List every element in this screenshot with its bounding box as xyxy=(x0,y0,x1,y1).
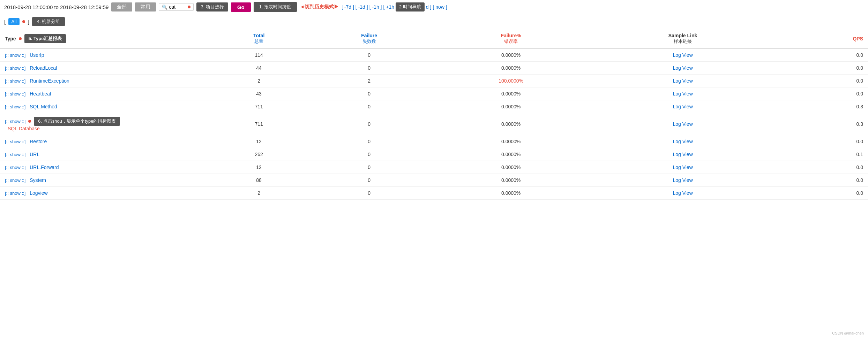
sample-link[interactable]: Log View xyxy=(592,62,773,75)
nav-1h[interactable]: [ -1h ] xyxy=(369,4,382,10)
show-link[interactable]: [:: show ::] xyxy=(5,53,25,58)
type-cell: [:: show ::]Heartbeat xyxy=(0,87,209,100)
sample-link[interactable]: Log View xyxy=(592,187,773,200)
bracket-open: [ xyxy=(4,19,6,25)
type-name[interactable]: URL.Forward xyxy=(30,164,59,170)
history-mode-label[interactable]: ◄切到历史模式▶ xyxy=(300,4,339,10)
type-name[interactable]: SQL.Method xyxy=(30,104,57,109)
failure-pct-val: 0.0000% xyxy=(430,135,592,148)
sample-link[interactable]: Log View xyxy=(592,135,773,148)
sample-link[interactable]: Log View xyxy=(592,161,773,174)
type-cell: [:: show ::]6. 点击shou，显示单个type的指标图表SQL.D… xyxy=(0,113,209,135)
show-link[interactable]: [:: show ::] xyxy=(5,178,25,183)
footer-note: CSDN @mai-chen xyxy=(832,331,864,335)
nav-1d[interactable]: [ -1d ] xyxy=(356,4,368,10)
failure-pct-val: 0.0000% xyxy=(430,87,592,100)
show-link[interactable]: [:: show ::] xyxy=(5,152,25,157)
sample-sub-label: 样本链接 xyxy=(597,38,769,45)
failure-val: 0 xyxy=(308,187,430,200)
sample-link[interactable]: Log View xyxy=(592,174,773,187)
failure-val: 0 xyxy=(308,148,430,161)
col-failure-header: Failure 失败数 xyxy=(308,29,430,48)
show-link[interactable]: [:: show ::] xyxy=(5,139,25,144)
total-label: Total xyxy=(253,33,264,38)
table-body: [:: show ::]UserIp11400.0000%Log View0.0… xyxy=(0,48,868,200)
show-link[interactable]: [:: show ::] xyxy=(5,104,25,109)
sample-link[interactable]: Log View xyxy=(592,100,773,113)
type-name[interactable]: RuntimeException xyxy=(30,78,69,84)
qps-val: 0.0 xyxy=(773,75,868,87)
total-val: 262 xyxy=(209,148,308,161)
total-val: 711 xyxy=(209,113,308,135)
header-bar: 2018-09-28 12:00:00 to 2018-09-28 12:59:… xyxy=(0,0,868,14)
show-link[interactable]: [:: show ::] xyxy=(5,66,25,71)
report-time-button[interactable]: 1. 报表时间跨度 xyxy=(254,2,297,12)
nav-now[interactable]: [ now ] xyxy=(433,4,447,10)
type-name[interactable]: UserIp xyxy=(30,52,44,58)
row-red-dot xyxy=(28,120,31,123)
nav-7d[interactable]: [ -7d ] xyxy=(342,4,354,10)
qps-val: 0.0 xyxy=(773,48,868,62)
type-dot xyxy=(19,37,22,40)
type-name[interactable]: System xyxy=(30,177,46,183)
failure-pct-val: 0.0000% xyxy=(430,113,592,135)
type-name[interactable]: Restore xyxy=(30,139,47,144)
table-row: [:: show ::]URL.Forward1200.0000%Log Vie… xyxy=(0,161,868,174)
show-link[interactable]: [:: show ::] xyxy=(5,165,25,170)
go-button[interactable]: Go xyxy=(231,2,251,12)
failure-pct-val: 0.0000% xyxy=(430,100,592,113)
type-label: Type xyxy=(5,36,16,41)
sample-link[interactable]: Log View xyxy=(592,75,773,87)
type-cell: [:: show ::]SQL.Method xyxy=(0,100,209,113)
show-link[interactable]: [:: show ::] xyxy=(5,91,25,97)
nav-close[interactable]: d ] xyxy=(426,4,432,10)
sample-link[interactable]: Log View xyxy=(592,87,773,100)
type-name[interactable]: Logview xyxy=(30,190,47,196)
machine-group-badge[interactable]: 4. 机器分组 xyxy=(32,17,65,26)
table-row: [:: show ::]6. 点击shou，显示单个type的指标图表SQL.D… xyxy=(0,113,868,135)
show-link[interactable]: [:: show ::] xyxy=(5,191,25,196)
qps-val: 0.3 xyxy=(773,113,868,135)
type-cell: [:: show ::]System xyxy=(0,174,209,187)
type-name[interactable]: ReloadLocal xyxy=(30,65,57,71)
tooltip-3-badge[interactable]: 3. 项目选择 xyxy=(196,2,228,11)
type-name[interactable]: SQL.Database xyxy=(8,126,40,131)
bracket-close: ] xyxy=(28,19,29,25)
qps-val: 0.0 xyxy=(773,62,868,75)
type-name[interactable]: Heartbeat xyxy=(30,91,51,97)
sample-link[interactable]: Log View xyxy=(592,148,773,161)
failure-val: 2 xyxy=(308,75,430,87)
btn-all[interactable]: 全部 xyxy=(111,2,132,11)
total-val: 12 xyxy=(209,135,308,148)
search-icon: 🔍 xyxy=(162,5,167,10)
type-name[interactable]: URL xyxy=(30,152,39,157)
nav-plus1h[interactable]: [ +1h xyxy=(383,4,394,10)
search-input[interactable] xyxy=(169,4,186,10)
total-val: 12 xyxy=(209,161,308,174)
tooltip-2-badge[interactable]: 2.时间导航 xyxy=(396,2,425,11)
failure-val: 0 xyxy=(308,100,430,113)
sample-link[interactable]: Log View xyxy=(592,113,773,135)
sample-link[interactable]: Log View xyxy=(592,48,773,62)
btn-common[interactable]: 常用 xyxy=(135,2,156,11)
time-range: 2018-09-28 12:00:00 to 2018-09-28 12:59:… xyxy=(4,4,108,10)
failure-val: 0 xyxy=(308,113,430,135)
show-link[interactable]: [:: show ::] xyxy=(5,119,25,124)
all-tag[interactable]: All xyxy=(8,18,20,25)
time-nav-links: [ -7d ] [ -1d ] [ -1h ] [ +1h 2.时间导航 d ]… xyxy=(342,2,447,11)
search-dot xyxy=(188,6,190,8)
type-cell: [:: show ::]RuntimeException xyxy=(0,75,209,87)
qps-val: 0.3 xyxy=(773,100,868,113)
failure-pct-val: 0.0000% xyxy=(430,48,592,62)
total-val: 711 xyxy=(209,100,308,113)
type-cell: [:: show ::]UserIp xyxy=(0,48,209,62)
type-tooltip-badge[interactable]: 5. Type汇总报表 xyxy=(24,34,66,43)
type-cell: [:: show ::]ReloadLocal xyxy=(0,62,209,75)
failure-label: Failure xyxy=(361,33,377,38)
row-tooltip: 6. 点击shou，显示单个type的指标图表 xyxy=(34,117,120,126)
show-link[interactable]: [:: show ::] xyxy=(5,78,25,84)
sample-label: Sample Link xyxy=(668,33,697,38)
col-qps-header: QPS xyxy=(773,29,868,48)
failure-pct-val: 0.0000% xyxy=(430,187,592,200)
total-val: 2 xyxy=(209,187,308,200)
